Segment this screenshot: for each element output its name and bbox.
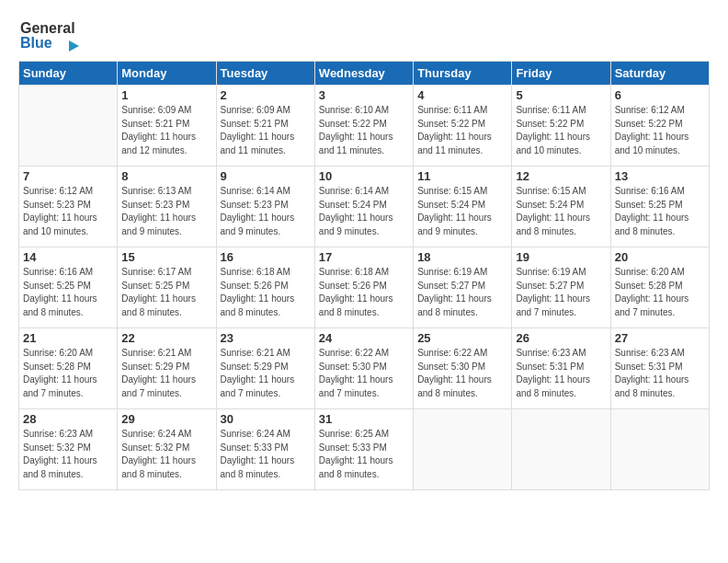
day-number: 12 <box>516 169 606 183</box>
day-number: 7 <box>23 169 113 183</box>
calendar-cell: 4Sunrise: 6:11 AMSunset: 5:22 PMDaylight… <box>414 86 512 167</box>
day-number: 29 <box>121 412 211 426</box>
header: General Blue <box>18 15 710 53</box>
day-number: 5 <box>516 88 606 102</box>
calendar-cell: 7Sunrise: 6:12 AMSunset: 5:23 PMDaylight… <box>19 167 118 247</box>
day-number: 23 <box>221 331 311 345</box>
day-info: Sunrise: 6:22 AMSunset: 5:30 PMDaylight:… <box>319 347 409 400</box>
calendar-cell: 19Sunrise: 6:19 AMSunset: 5:27 PMDayligh… <box>512 247 610 328</box>
day-number: 4 <box>417 88 507 102</box>
calendar-cell: 13Sunrise: 6:16 AMSunset: 5:25 PMDayligh… <box>610 167 709 247</box>
calendar-cell: 24Sunrise: 6:22 AMSunset: 5:30 PMDayligh… <box>314 328 413 409</box>
weekday-header-sunday: Sunday <box>19 62 118 86</box>
calendar-cell: 21Sunrise: 6:20 AMSunset: 5:28 PMDayligh… <box>19 328 118 409</box>
calendar-cell: 9Sunrise: 6:14 AMSunset: 5:23 PMDaylight… <box>216 167 314 247</box>
day-info: Sunrise: 6:22 AMSunset: 5:30 PMDaylight:… <box>417 347 507 400</box>
day-number: 13 <box>615 169 705 183</box>
weekday-header-saturday: Saturday <box>610 62 709 86</box>
day-number: 28 <box>23 412 113 426</box>
week-row-1: 1Sunrise: 6:09 AMSunset: 5:21 PMDaylight… <box>19 86 710 167</box>
calendar-cell: 14Sunrise: 6:16 AMSunset: 5:25 PMDayligh… <box>19 247 118 328</box>
weekday-header-monday: Monday <box>118 62 216 86</box>
weekday-header-thursday: Thursday <box>414 62 512 86</box>
day-info: Sunrise: 6:18 AMSunset: 5:26 PMDaylight:… <box>319 266 409 319</box>
calendar-header: SundayMondayTuesdayWednesdayThursdayFrid… <box>19 62 710 86</box>
svg-marker-2 <box>69 40 79 52</box>
calendar-cell: 5Sunrise: 6:11 AMSunset: 5:22 PMDaylight… <box>512 86 610 167</box>
day-number: 22 <box>121 331 211 345</box>
weekday-header-wednesday: Wednesday <box>314 62 413 86</box>
logo: General Blue <box>18 15 83 53</box>
calendar-cell: 10Sunrise: 6:14 AMSunset: 5:24 PMDayligh… <box>314 167 413 247</box>
calendar-cell: 11Sunrise: 6:15 AMSunset: 5:24 PMDayligh… <box>414 167 512 247</box>
day-info: Sunrise: 6:16 AMSunset: 5:25 PMDaylight:… <box>615 185 705 238</box>
calendar-cell: 27Sunrise: 6:23 AMSunset: 5:31 PMDayligh… <box>610 328 709 409</box>
day-number: 16 <box>221 250 311 264</box>
week-row-3: 14Sunrise: 6:16 AMSunset: 5:25 PMDayligh… <box>19 247 710 328</box>
day-info: Sunrise: 6:23 AMSunset: 5:31 PMDaylight:… <box>516 347 606 400</box>
calendar-cell: 16Sunrise: 6:18 AMSunset: 5:26 PMDayligh… <box>216 247 314 328</box>
week-row-4: 21Sunrise: 6:20 AMSunset: 5:28 PMDayligh… <box>19 328 710 409</box>
day-info: Sunrise: 6:20 AMSunset: 5:28 PMDaylight:… <box>23 347 113 400</box>
day-number: 30 <box>221 412 311 426</box>
day-number: 27 <box>615 331 705 345</box>
day-info: Sunrise: 6:19 AMSunset: 5:27 PMDaylight:… <box>516 266 606 319</box>
calendar-table: SundayMondayTuesdayWednesdayThursdayFrid… <box>18 61 710 490</box>
calendar-cell: 22Sunrise: 6:21 AMSunset: 5:29 PMDayligh… <box>118 328 216 409</box>
calendar-cell: 20Sunrise: 6:20 AMSunset: 5:28 PMDayligh… <box>610 247 709 328</box>
day-number: 21 <box>23 331 113 345</box>
weekday-row: SundayMondayTuesdayWednesdayThursdayFrid… <box>19 62 710 86</box>
day-info: Sunrise: 6:11 AMSunset: 5:22 PMDaylight:… <box>516 104 606 157</box>
day-info: Sunrise: 6:10 AMSunset: 5:22 PMDaylight:… <box>319 104 409 157</box>
day-info: Sunrise: 6:15 AMSunset: 5:24 PMDaylight:… <box>417 185 507 238</box>
logo-icon: General Blue <box>18 15 83 53</box>
calendar-cell: 6Sunrise: 6:12 AMSunset: 5:22 PMDaylight… <box>610 86 709 167</box>
calendar-cell: 30Sunrise: 6:24 AMSunset: 5:33 PMDayligh… <box>216 409 314 490</box>
day-number: 24 <box>319 331 409 345</box>
calendar-cell: 23Sunrise: 6:21 AMSunset: 5:29 PMDayligh… <box>216 328 314 409</box>
day-number: 9 <box>221 169 311 183</box>
day-number: 18 <box>417 250 507 264</box>
day-info: Sunrise: 6:25 AMSunset: 5:33 PMDaylight:… <box>319 428 409 481</box>
day-info: Sunrise: 6:15 AMSunset: 5:24 PMDaylight:… <box>516 185 606 238</box>
calendar-cell: 8Sunrise: 6:13 AMSunset: 5:23 PMDaylight… <box>118 167 216 247</box>
calendar-cell: 29Sunrise: 6:24 AMSunset: 5:32 PMDayligh… <box>118 409 216 490</box>
day-info: Sunrise: 6:14 AMSunset: 5:24 PMDaylight:… <box>319 185 409 238</box>
calendar-cell <box>512 409 610 490</box>
day-number: 20 <box>615 250 705 264</box>
calendar-cell: 12Sunrise: 6:15 AMSunset: 5:24 PMDayligh… <box>512 167 610 247</box>
day-number: 8 <box>121 169 211 183</box>
day-info: Sunrise: 6:18 AMSunset: 5:26 PMDaylight:… <box>221 266 311 319</box>
day-info: Sunrise: 6:24 AMSunset: 5:32 PMDaylight:… <box>121 428 211 481</box>
weekday-header-tuesday: Tuesday <box>216 62 314 86</box>
calendar-cell <box>19 86 118 167</box>
week-row-2: 7Sunrise: 6:12 AMSunset: 5:23 PMDaylight… <box>19 167 710 247</box>
day-info: Sunrise: 6:23 AMSunset: 5:31 PMDaylight:… <box>615 347 705 400</box>
day-info: Sunrise: 6:14 AMSunset: 5:23 PMDaylight:… <box>221 185 311 238</box>
calendar-cell: 17Sunrise: 6:18 AMSunset: 5:26 PMDayligh… <box>314 247 413 328</box>
week-row-5: 28Sunrise: 6:23 AMSunset: 5:32 PMDayligh… <box>19 409 710 490</box>
calendar-cell: 15Sunrise: 6:17 AMSunset: 5:25 PMDayligh… <box>118 247 216 328</box>
day-info: Sunrise: 6:09 AMSunset: 5:21 PMDaylight:… <box>121 104 211 157</box>
calendar-body: 1Sunrise: 6:09 AMSunset: 5:21 PMDaylight… <box>19 86 710 490</box>
day-info: Sunrise: 6:12 AMSunset: 5:22 PMDaylight:… <box>615 104 705 157</box>
day-info: Sunrise: 6:11 AMSunset: 5:22 PMDaylight:… <box>417 104 507 157</box>
day-number: 31 <box>319 412 409 426</box>
day-info: Sunrise: 6:17 AMSunset: 5:25 PMDaylight:… <box>121 266 211 319</box>
day-number: 19 <box>516 250 606 264</box>
weekday-header-friday: Friday <box>512 62 610 86</box>
day-info: Sunrise: 6:12 AMSunset: 5:23 PMDaylight:… <box>23 185 113 238</box>
day-info: Sunrise: 6:19 AMSunset: 5:27 PMDaylight:… <box>417 266 507 319</box>
calendar-cell: 18Sunrise: 6:19 AMSunset: 5:27 PMDayligh… <box>414 247 512 328</box>
day-info: Sunrise: 6:23 AMSunset: 5:32 PMDaylight:… <box>23 428 113 481</box>
day-number: 11 <box>417 169 507 183</box>
calendar-cell: 31Sunrise: 6:25 AMSunset: 5:33 PMDayligh… <box>314 409 413 490</box>
day-number: 3 <box>319 88 409 102</box>
day-number: 25 <box>417 331 507 345</box>
day-info: Sunrise: 6:24 AMSunset: 5:33 PMDaylight:… <box>221 428 311 481</box>
day-number: 6 <box>615 88 705 102</box>
day-number: 15 <box>121 250 211 264</box>
day-info: Sunrise: 6:21 AMSunset: 5:29 PMDaylight:… <box>221 347 311 400</box>
calendar-cell: 26Sunrise: 6:23 AMSunset: 5:31 PMDayligh… <box>512 328 610 409</box>
day-info: Sunrise: 6:09 AMSunset: 5:21 PMDaylight:… <box>221 104 311 157</box>
